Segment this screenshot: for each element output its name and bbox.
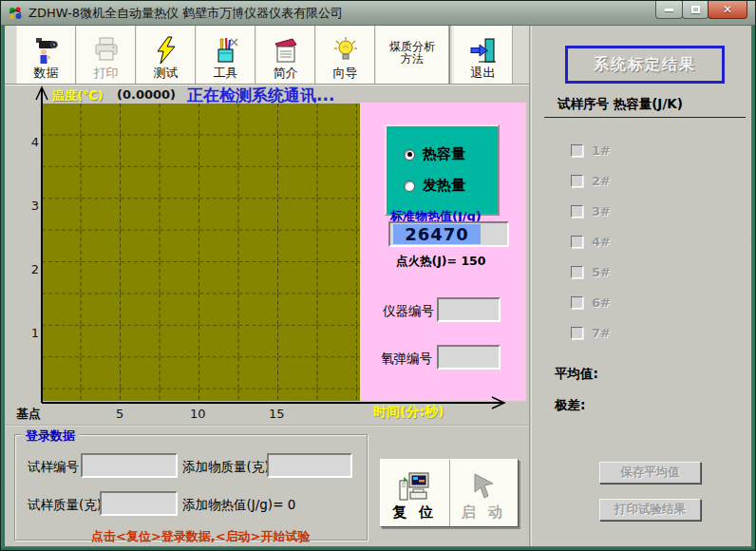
x-base-label: 基点: [16, 406, 41, 423]
sample-no-label: 试样编号: [28, 459, 79, 476]
checkbox-icon[interactable]: [571, 144, 583, 157]
checkbox-icon[interactable]: [571, 205, 583, 218]
window-border-left: [1, 26, 5, 551]
window-border-bottom: [1, 546, 756, 551]
radio-calorific-value[interactable]: 发热量: [404, 177, 498, 195]
app-window: ZDHW-8微机全自动量热仪 鹤壁市万博仪器仪表有限公司 ✕ 数据: [0, 0, 756, 551]
toolbar-button-wizard[interactable]: 向导: [315, 26, 375, 84]
sample-label: 4#: [592, 235, 611, 249]
toolbar-button-intro[interactable]: 简介: [255, 26, 315, 84]
separator-line: [5, 425, 529, 427]
toolbar-label: 打印: [94, 66, 119, 80]
lightning-icon: [152, 34, 180, 66]
action-button-group: 复 位 启 动: [380, 459, 519, 527]
printer-icon: [92, 34, 121, 66]
standard-heat-input[interactable]: 26470: [388, 221, 509, 247]
checkbox-icon[interactable]: [571, 175, 583, 187]
toolbar-label: 简介: [274, 66, 298, 80]
sample-label: 6#: [592, 295, 611, 310]
toolbar-button-coal-analysis[interactable]: 煤质分析方法: [375, 26, 449, 84]
title-bar: ZDHW-8微机全自动量热仪 鹤壁市万博仪器仪表有限公司: [1, 1, 756, 26]
instrument-no-label: 仪器编号: [383, 303, 434, 320]
reset-button[interactable]: 复 位: [381, 460, 449, 526]
toolbar-button-print[interactable]: 打印: [76, 26, 136, 84]
radio-label: 热容量: [423, 145, 465, 163]
bulb-icon: [331, 34, 360, 66]
standard-heat-value: 26470: [393, 224, 481, 244]
y-tick: 1: [22, 326, 39, 340]
checkbox-icon[interactable]: [571, 236, 583, 248]
range-label: 极差:: [555, 397, 585, 414]
minimize-button[interactable]: [655, 1, 683, 19]
sample-mass-label: 试样质量(克): [28, 497, 102, 514]
y-axis-title: 温度(℃): [52, 87, 104, 104]
additive-heat-label: 添加物热值(J/g)= 0: [182, 497, 295, 514]
maximize-button[interactable]: [682, 1, 709, 19]
sample-row-6: 6#: [571, 295, 611, 310]
bomb-no-input[interactable]: [437, 345, 501, 370]
maximize-icon: [691, 6, 700, 13]
reset-button-label: 复 位: [392, 504, 437, 522]
close-icon: ✕: [723, 4, 732, 15]
sample-label: 3#: [592, 204, 611, 218]
toolbar-button-tools[interactable]: 工具: [196, 26, 255, 84]
sample-row-7: 7#: [571, 326, 611, 340]
additive-mass-label: 添加物质量(克): [182, 459, 270, 476]
current-temperature-value: (0.0000): [117, 87, 176, 102]
x-tick: 5: [116, 407, 123, 421]
radio-unselected-icon: [404, 180, 415, 192]
toolbar-label: 测试: [154, 66, 179, 80]
checkbox-icon[interactable]: [571, 266, 583, 278]
checkbox-icon[interactable]: [571, 327, 583, 339]
tools-icon: [212, 34, 240, 66]
notebook-icon: [272, 34, 300, 66]
minimize-icon: [665, 9, 673, 11]
start-button-label: 启 动: [462, 504, 506, 522]
cursor-arrow-icon: [466, 471, 501, 504]
status-message: 正在检测系统通讯...: [187, 85, 334, 106]
toolbar-button-exit[interactable]: 退出: [453, 26, 513, 84]
toolbar-button-test[interactable]: 测试: [136, 26, 196, 84]
sample-row-5: 5#: [571, 265, 611, 279]
toolbar-button-data[interactable]: 数据: [16, 26, 76, 84]
app-icon: [8, 6, 23, 21]
average-label: 平均值:: [555, 366, 598, 383]
toolbar-label: 数据: [34, 66, 59, 80]
toolbar-label: 向导: [333, 66, 358, 80]
computer-icon: [398, 471, 432, 504]
login-data-title: 登录数据: [22, 428, 79, 445]
save-average-button[interactable]: 保存平均值: [599, 462, 701, 484]
sample-row-3: 3#: [571, 204, 611, 218]
instrument-no-input[interactable]: [437, 297, 501, 322]
sample-row-1: 1#: [571, 143, 611, 158]
y-tick: 4: [22, 135, 39, 149]
sample-mass-input[interactable]: [100, 491, 178, 516]
toolbar-label: 退出: [471, 66, 496, 80]
additive-mass-input[interactable]: [267, 453, 352, 478]
print-results-button[interactable]: 打印试验结果: [599, 499, 701, 521]
start-button[interactable]: 启 动: [449, 460, 519, 526]
camera-icon: [32, 34, 61, 66]
temperature-plot: [42, 104, 360, 401]
close-button[interactable]: ✕: [708, 1, 747, 19]
toolbar-label: 工具: [214, 66, 238, 80]
radio-label: 发热量: [423, 177, 465, 195]
checkbox-icon[interactable]: [571, 296, 583, 309]
sample-no-input[interactable]: [81, 453, 178, 478]
radio-selected-icon: [404, 149, 415, 161]
x-tick: 15: [269, 407, 285, 421]
results-column-headers: 试样序号 热容量(J/K): [558, 96, 683, 113]
sample-row-2: 2#: [571, 174, 611, 188]
radio-heat-capacity[interactable]: 热容量: [404, 145, 498, 163]
header-underline: [544, 117, 746, 118]
toolbar: 数据 打印 测试: [5, 26, 529, 85]
login-data-groupbox: [14, 434, 368, 541]
x-axis-title: 时间(分:秒): [373, 404, 444, 421]
exit-door-icon: [469, 34, 498, 66]
y-tick: 2: [22, 262, 39, 276]
window-border-right: [751, 26, 755, 551]
panel-divider: [529, 26, 532, 547]
results-title: 系统标定结果: [565, 46, 725, 84]
y-tick: 3: [22, 199, 39, 213]
bomb-no-label: 氧弹编号: [381, 351, 432, 368]
